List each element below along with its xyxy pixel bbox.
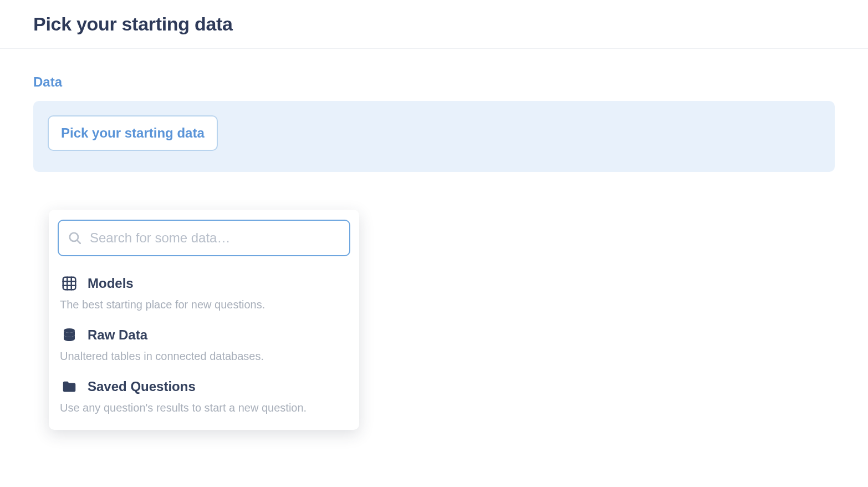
option-title: Saved Questions: [88, 379, 196, 394]
pick-starting-data-button[interactable]: Pick your starting data: [48, 115, 218, 151]
svg-point-7: [64, 328, 75, 333]
option-title: Raw Data: [88, 327, 147, 343]
database-icon: [60, 326, 79, 344]
search-icon: [65, 229, 84, 247]
section-label-data: Data: [33, 74, 835, 90]
option-title: Models: [88, 276, 134, 291]
data-source-options: Models The best starting place for new q…: [58, 256, 350, 417]
search-field-wrapper[interactable]: [58, 220, 350, 256]
table-icon: [60, 274, 79, 293]
page-title: Pick your starting data: [33, 13, 835, 35]
data-source-dropdown: Models The best starting place for new q…: [49, 210, 359, 430]
option-raw-data[interactable]: Raw Data Unaltered tables in connected d…: [59, 313, 349, 365]
folder-icon: [60, 377, 79, 396]
svg-line-1: [77, 240, 80, 243]
option-models[interactable]: Models The best starting place for new q…: [59, 262, 349, 313]
data-panel: Pick your starting data: [33, 101, 835, 172]
option-description: Use any question's results to start a ne…: [60, 402, 348, 414]
option-description: The best starting place for new question…: [60, 298, 348, 311]
option-saved-questions[interactable]: Saved Questions Use any question's resul…: [59, 365, 349, 417]
content-area: Data Pick your starting data: [0, 49, 868, 172]
search-input[interactable]: [90, 230, 343, 246]
svg-rect-2: [63, 277, 76, 290]
option-description: Unaltered tables in connected databases.: [60, 350, 348, 363]
page-header: Pick your starting data: [0, 0, 868, 49]
